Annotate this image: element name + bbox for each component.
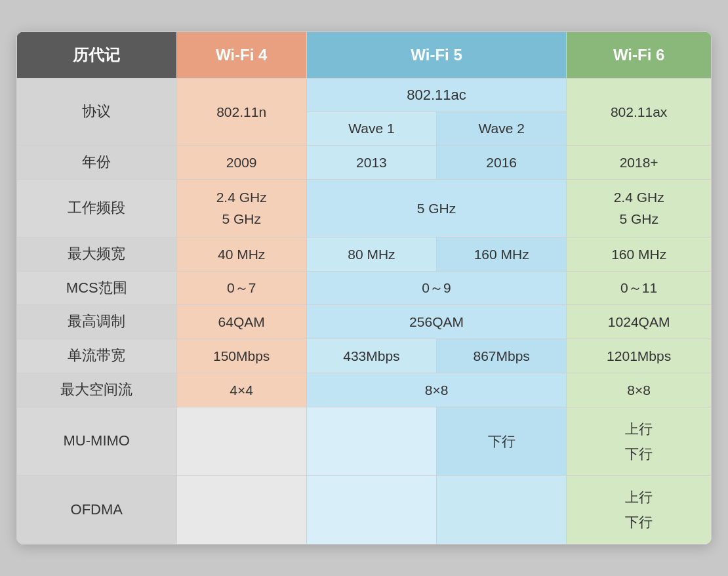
- cell-wifi6-spatial: 8×8: [567, 373, 712, 407]
- cell-wave1-ofdma: [306, 476, 436, 545]
- header-wifi4: Wi-Fi 4: [176, 32, 306, 79]
- row-spatial: 最大空间流 4×4 8×8 8×8: [17, 373, 712, 407]
- cell-wifi6-frequency: 2.4 GHz5 GHz: [567, 179, 712, 237]
- row-modulation: 最高调制 64QAM 256QAM 1024QAM: [17, 305, 712, 339]
- row-frequency: 工作频段 2.4 GHz5 GHz 5 GHz 2.4 GHz5 GHz: [17, 179, 712, 237]
- cell-wave2-ofdma: [437, 476, 567, 545]
- row-bandwidth: 最大频宽 40 MHz 80 MHz 160 MHz 160 MHz: [17, 237, 712, 271]
- label-spatial: 最大空间流: [17, 373, 177, 407]
- label-year: 年份: [17, 145, 177, 179]
- cell-wifi4-frequency: 2.4 GHz5 GHz: [176, 179, 306, 237]
- header-wifi6: Wi-Fi 6: [567, 32, 712, 79]
- cell-wifi4-protocol: 802.11n: [176, 78, 306, 145]
- label-frequency: 工作频段: [17, 179, 177, 237]
- cell-wifi6-year: 2018+: [567, 145, 712, 179]
- cell-wifi4-modulation: 64QAM: [176, 305, 306, 339]
- label-mumimo: MU-MIMO: [17, 407, 177, 476]
- cell-wifi6-mumimo: 上行下行: [567, 407, 712, 476]
- cell-wifi4-mcs: 0～7: [176, 271, 306, 305]
- row-year: 年份 2009 2013 2016 2018+: [17, 145, 712, 179]
- cell-wifi6-ofdma: 上行下行: [567, 476, 712, 545]
- label-ofdma: OFDMA: [17, 476, 177, 545]
- cell-wave2-year: 2016: [437, 145, 567, 179]
- cell-wave2-label: Wave 2: [437, 112, 567, 145]
- cell-wifi4-year: 2009: [176, 145, 306, 179]
- cell-wave2-bandwidth: 160 MHz: [437, 237, 567, 271]
- cell-wave2-stream-bw: 867Mbps: [437, 339, 567, 373]
- cell-wifi4-spatial: 4×4: [176, 373, 306, 407]
- label-bandwidth: 最大频宽: [17, 237, 177, 271]
- row-protocol: 协议 802.11n 802.11ac 802.11ax: [17, 78, 712, 112]
- cell-wifi6-stream-bw: 1201Mbps: [567, 339, 712, 373]
- cell-wifi6-modulation: 1024QAM: [567, 305, 712, 339]
- cell-wifi6-mcs: 0～11: [567, 271, 712, 305]
- cell-wifi5-protocol-top: 802.11ac: [306, 78, 567, 112]
- cell-wifi5-mcs: 0～9: [306, 271, 567, 305]
- cell-wave1-bandwidth: 80 MHz: [306, 237, 436, 271]
- header-label: 历代记: [17, 32, 177, 79]
- row-mumimo: MU-MIMO 下行 上行下行: [17, 407, 712, 476]
- row-mcs: MCS范围 0～7 0～9 0～11: [17, 271, 712, 305]
- cell-wifi4-mumimo: [176, 407, 306, 476]
- label-protocol: 协议: [17, 78, 177, 145]
- cell-wifi6-bandwidth: 160 MHz: [567, 237, 712, 271]
- cell-wifi5-modulation: 256QAM: [306, 305, 567, 339]
- row-ofdma: OFDMA 上行下行: [17, 476, 712, 545]
- cell-wifi4-ofdma: [176, 476, 306, 545]
- cell-wifi6-protocol: 802.11ax: [567, 78, 712, 145]
- cell-wave1-label: Wave 1: [306, 112, 436, 145]
- cell-wave1-year: 2013: [306, 145, 436, 179]
- row-stream-bw: 单流带宽 150Mbps 433Mbps 867Mbps 1201Mbps: [17, 339, 712, 373]
- header-wifi5: Wi-Fi 5: [306, 32, 567, 79]
- cell-wave1-mumimo: [306, 407, 436, 476]
- label-mcs: MCS范围: [17, 271, 177, 305]
- label-stream-bw: 单流带宽: [17, 339, 177, 373]
- cell-wifi5-spatial: 8×8: [306, 373, 567, 407]
- cell-wifi4-stream-bw: 150Mbps: [176, 339, 306, 373]
- label-modulation: 最高调制: [17, 305, 177, 339]
- cell-wave2-mumimo: 下行: [437, 407, 567, 476]
- cell-wave1-stream-bw: 433Mbps: [306, 339, 436, 373]
- cell-wifi5-frequency: 5 GHz: [306, 179, 567, 237]
- cell-wifi4-bandwidth: 40 MHz: [176, 237, 306, 271]
